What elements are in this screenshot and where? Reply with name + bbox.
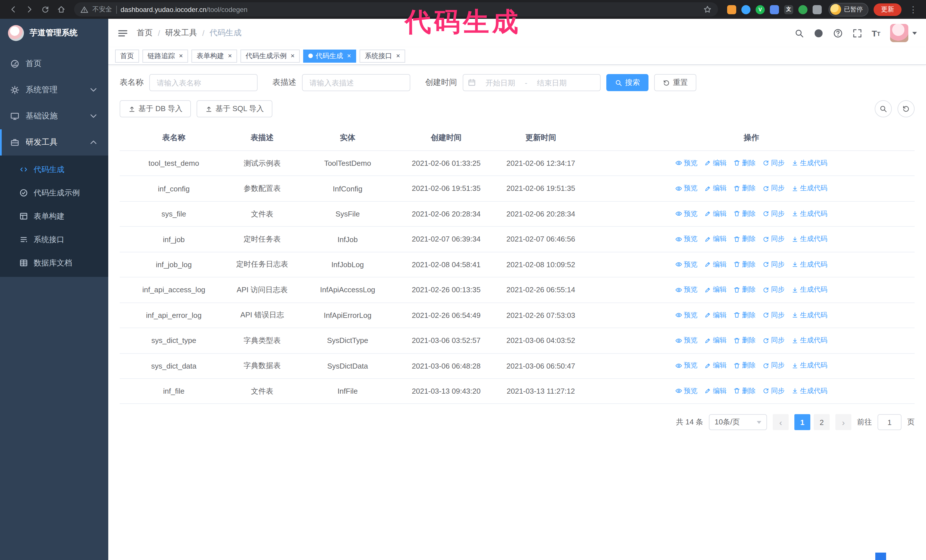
sync-link[interactable]: 同步 [763, 285, 785, 294]
import-db-button[interactable]: 基于 DB 导入 [120, 100, 191, 117]
preview-link[interactable]: 预览 [675, 386, 698, 396]
sync-link[interactable]: 同步 [763, 234, 785, 244]
prev-page-button[interactable]: ‹ [773, 414, 789, 430]
generate-code-link[interactable]: 生成代码 [791, 234, 828, 244]
tab-codegen[interactable]: 代码生成× [303, 49, 356, 62]
preview-link[interactable]: 预览 [675, 361, 698, 371]
preview-link[interactable]: 预览 [675, 209, 698, 219]
import-sql-button[interactable]: 基于 SQL 导入 [197, 100, 273, 117]
page-size-select[interactable]: 10条/页 [709, 414, 767, 430]
end-date-input[interactable] [530, 78, 574, 87]
generate-code-link[interactable]: 生成代码 [791, 285, 828, 294]
delete-link[interactable]: 删除 [733, 310, 756, 320]
edit-link[interactable]: 编辑 [704, 386, 726, 396]
tab-codegen-example[interactable]: 代码生成示例× [241, 49, 300, 62]
sidebar-item-infra[interactable]: 基础设施 [0, 103, 108, 129]
sync-link[interactable]: 同步 [763, 184, 785, 193]
edit-link[interactable]: 编辑 [704, 335, 726, 345]
browser-menu-icon[interactable]: ⋮ [906, 4, 920, 15]
bookmark-star-icon[interactable] [703, 5, 712, 14]
preview-link[interactable]: 预览 [675, 158, 698, 168]
extension-puzzle-icon[interactable] [813, 5, 822, 14]
tab-tracing[interactable]: 链路追踪× [142, 49, 188, 62]
delete-link[interactable]: 删除 [733, 361, 756, 371]
generate-code-link[interactable]: 生成代码 [791, 184, 828, 193]
generate-code-link[interactable]: 生成代码 [791, 260, 828, 269]
preview-link[interactable]: 预览 [675, 310, 698, 320]
sidebar-item-home[interactable]: 首页 [0, 51, 108, 77]
chrome-update-button[interactable]: 更新 [873, 3, 902, 16]
font-size-icon[interactable]: TT [872, 29, 881, 37]
edit-link[interactable]: 编辑 [704, 184, 726, 193]
start-date-input[interactable] [478, 78, 522, 87]
sync-link[interactable]: 同步 [763, 158, 785, 168]
tab-form-builder[interactable]: 表单构建× [191, 49, 237, 62]
sidebar-subitem-db-doc[interactable]: 数据库文档 [0, 251, 108, 275]
search-button[interactable]: 搜索 [606, 74, 649, 91]
generate-code-link[interactable]: 生成代码 [791, 361, 828, 371]
sidebar-subitem-form-builder[interactable]: 表单构建 [0, 205, 108, 228]
page-button-1[interactable]: 1 [794, 414, 810, 430]
date-range-picker[interactable]: - [463, 74, 601, 91]
goto-page-input[interactable] [878, 414, 902, 430]
reset-button[interactable]: 重置 [654, 74, 696, 91]
breadcrumb-item[interactable]: 首页 [137, 28, 153, 38]
delete-link[interactable]: 删除 [733, 209, 756, 219]
edit-link[interactable]: 编辑 [704, 285, 726, 294]
close-tab-icon[interactable]: × [179, 53, 183, 59]
generate-code-link[interactable]: 生成代码 [791, 310, 828, 320]
delete-link[interactable]: 删除 [733, 335, 756, 345]
generate-code-link[interactable]: 生成代码 [791, 209, 828, 219]
sync-link[interactable]: 同步 [763, 260, 785, 269]
preview-link[interactable]: 预览 [675, 234, 698, 244]
generate-code-link[interactable]: 生成代码 [791, 158, 828, 168]
tab-home[interactable]: 首页 [115, 49, 139, 62]
toggle-search-button[interactable] [875, 100, 892, 117]
security-label[interactable]: 不安全 [92, 5, 112, 14]
profile-chip[interactable]: 已暂停 [829, 3, 869, 16]
close-tab-icon[interactable]: × [347, 53, 351, 59]
preview-link[interactable]: 预览 [675, 184, 698, 193]
user-avatar-menu[interactable] [890, 24, 917, 42]
delete-link[interactable]: 删除 [733, 234, 756, 244]
generate-code-link[interactable]: 生成代码 [791, 386, 828, 396]
edit-link[interactable]: 编辑 [704, 209, 726, 219]
help-icon[interactable] [833, 28, 843, 38]
browser-home-icon[interactable] [54, 2, 68, 17]
hamburger-icon[interactable] [117, 28, 128, 38]
delete-link[interactable]: 删除 [733, 260, 756, 269]
browser-reload-icon[interactable] [38, 2, 53, 17]
breadcrumb-item[interactable]: 研发工具 [165, 28, 197, 38]
refresh-table-button[interactable] [897, 100, 915, 117]
extension-water-drop-icon[interactable] [741, 5, 750, 14]
sidebar-item-dev-tools[interactable]: 研发工具 [0, 129, 108, 155]
edit-link[interactable]: 编辑 [704, 310, 726, 320]
table-desc-input[interactable] [302, 74, 410, 91]
sync-link[interactable]: 同步 [763, 310, 785, 320]
edit-link[interactable]: 编辑 [704, 158, 726, 168]
delete-link[interactable]: 删除 [733, 285, 756, 294]
close-tab-icon[interactable]: × [228, 53, 232, 59]
browser-back-icon[interactable] [6, 2, 21, 17]
breadcrumb-item[interactable]: 代码生成 [210, 28, 242, 38]
search-icon[interactable] [794, 28, 804, 38]
edit-link[interactable]: 编辑 [704, 234, 726, 244]
delete-link[interactable]: 删除 [733, 158, 756, 168]
extension-plant-icon[interactable] [798, 5, 808, 14]
preview-link[interactable]: 预览 [675, 285, 698, 294]
generate-code-link[interactable]: 生成代码 [791, 335, 828, 345]
address-bar[interactable]: 不安全 dashboard.yudao.iocoder.cn/tool/code… [74, 2, 718, 17]
page-button-2[interactable]: 2 [814, 414, 830, 430]
preview-link[interactable]: 预览 [675, 260, 698, 269]
edit-link[interactable]: 编辑 [704, 361, 726, 371]
table-name-input[interactable] [149, 74, 257, 91]
preview-link[interactable]: 预览 [675, 335, 698, 345]
sidebar-item-system[interactable]: 系统管理 [0, 77, 108, 103]
edit-link[interactable]: 编辑 [704, 260, 726, 269]
next-page-button[interactable]: › [835, 414, 851, 430]
github-icon[interactable] [814, 28, 823, 38]
extension-translate-icon[interactable]: 文 [784, 5, 793, 14]
sidebar-subitem-api[interactable]: 系统接口 [0, 228, 108, 251]
sidebar-subitem-codegen-example[interactable]: 代码生成示例 [0, 181, 108, 205]
sync-link[interactable]: 同步 [763, 335, 785, 345]
